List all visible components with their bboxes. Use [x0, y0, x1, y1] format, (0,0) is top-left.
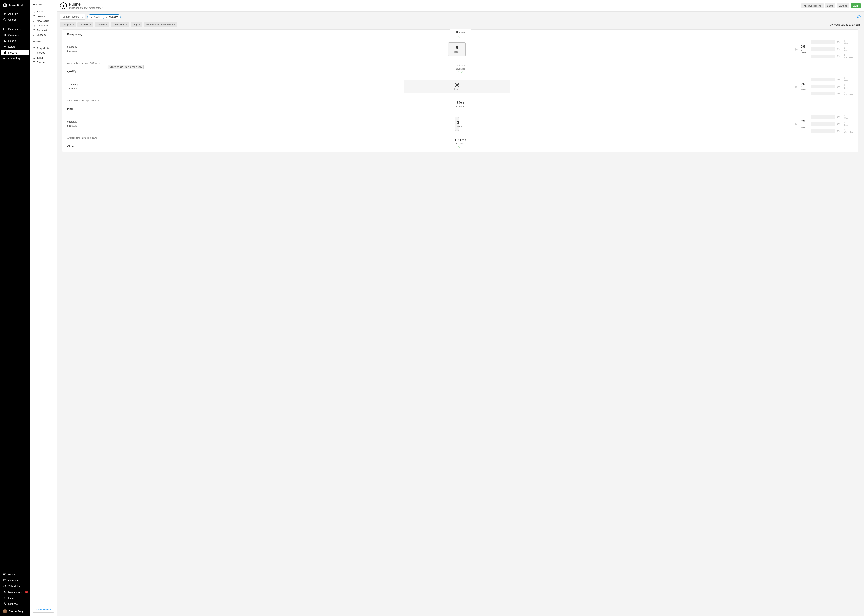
- advanced-label: advanced: [450, 142, 471, 145]
- leads-box[interactable]: 36 leads: [404, 80, 510, 93]
- nav-reports-label: Reports: [8, 51, 17, 54]
- nav-companies[interactable]: Companies: [0, 32, 30, 38]
- insights-funnel[interactable]: Funnel: [33, 60, 54, 64]
- main-content: Click to go back, hold to see history Fu…: [57, 0, 864, 616]
- companies-icon: [3, 33, 6, 36]
- plus-icon: [3, 12, 6, 15]
- nav-people-label: People: [8, 39, 16, 42]
- chevron-down-icon: ▾: [73, 24, 74, 25]
- remain-text: 0 remain: [67, 49, 119, 53]
- reports-sales[interactable]: Sales: [33, 9, 54, 14]
- svg-point-22: [33, 57, 35, 58]
- search-button[interactable]: Search: [0, 17, 30, 22]
- outcome-grid: 0%0Won 0%0Lost 0%0Cancelled: [811, 77, 853, 96]
- already-text: 31 already: [67, 83, 119, 86]
- stage-pitch: 3%1 advanced Pitch 0 already 0 remain: [62, 104, 858, 141]
- remain-text: 36 remain: [67, 86, 119, 91]
- added-label: added: [459, 31, 465, 34]
- remain-text: 0 remain: [67, 124, 119, 128]
- main-sidebar: D ArrowGrid Add new Search Dashboard Com…: [0, 0, 30, 616]
- filter-competitors[interactable]: Competitors▾: [111, 22, 129, 27]
- chevron-down-icon: ▾: [90, 24, 91, 25]
- reports-new-leads[interactable]: New leads: [33, 19, 54, 23]
- custom-icon: [33, 33, 35, 36]
- outcome-cancelled: 0%0Cancelled: [811, 91, 853, 96]
- advanced-banner: 3%1 advanced: [450, 100, 471, 109]
- nav-emails[interactable]: Emails: [0, 572, 30, 577]
- add-new-button[interactable]: Add new: [0, 11, 30, 17]
- my-saved-reports-button[interactable]: My saved reports: [801, 3, 823, 8]
- nav-calendar[interactable]: Calendar: [0, 577, 30, 583]
- insights-heading: INSIGHTS: [33, 40, 54, 42]
- user-menu[interactable]: Charles Berry: [0, 607, 30, 616]
- nav-dashboard-label: Dashboard: [8, 28, 21, 31]
- nav-reports[interactable]: Reports: [1, 50, 29, 55]
- save-button[interactable]: Save: [850, 3, 861, 8]
- scheduler-icon: [3, 585, 6, 588]
- insights-email[interactable]: Email: [33, 55, 54, 60]
- arrow-right-icon: ▶: [795, 47, 798, 52]
- nav-scheduler-label: Scheduler: [8, 585, 20, 588]
- outcome-lost: 0%0Lost: [811, 84, 853, 89]
- filter-tags[interactable]: Tags▾: [131, 22, 142, 27]
- search-label: Search: [8, 18, 17, 21]
- outcome-grid: 0%0Won 0%0Lost 0%0Cancelled: [811, 115, 853, 134]
- avatar: [3, 610, 7, 613]
- nav-settings[interactable]: Settings: [0, 601, 30, 607]
- nav-dashboard[interactable]: Dashboard: [0, 26, 30, 32]
- filter-date-range[interactable]: Date range: Current month▾: [144, 22, 177, 27]
- megaphone-icon: [3, 57, 6, 60]
- share-button[interactable]: Share: [825, 3, 836, 8]
- toggle-quantity[interactable]: # Quantity: [102, 14, 121, 19]
- chevron-down-icon: ⌄: [81, 16, 84, 18]
- filter-assignee[interactable]: Assignee▾: [60, 22, 76, 27]
- reports-forecast[interactable]: Forecast: [33, 28, 54, 33]
- outcome-grid: 0%0Won 0%0Lost 0%0Cancelled: [811, 40, 853, 59]
- launch-wallboard-button[interactable]: Launch wallboard: [33, 607, 54, 613]
- svg-rect-9: [4, 580, 6, 581]
- advanced-pct: 3%: [457, 101, 462, 105]
- stage-close: 100%1 advanced Close: [62, 141, 858, 152]
- nav-marketing[interactable]: Marketing: [0, 55, 30, 61]
- arrow-right-icon: ▶: [795, 85, 798, 89]
- chevron-down-icon: ▾: [139, 24, 140, 25]
- snapshot-icon: [33, 47, 35, 50]
- outcome-cancelled: 0%0Cancelled: [811, 129, 853, 134]
- nav-people[interactable]: People: [0, 38, 30, 44]
- svg-rect-2: [4, 34, 5, 36]
- nav-scheduler[interactable]: Scheduler: [0, 583, 30, 589]
- advanced-pct: 100%: [454, 138, 464, 142]
- advanced-count: 1: [465, 139, 466, 142]
- filter-products[interactable]: Products▾: [77, 22, 93, 27]
- outcome-lost: 0%0Lost: [811, 47, 853, 52]
- reports-losses[interactable]: Losses: [33, 14, 54, 19]
- chevron-down-icon: ▾: [106, 24, 107, 25]
- gear-icon: [3, 602, 6, 605]
- filter-bar: Default Pipeline ⌄ $ Value # Quantity i …: [57, 11, 864, 29]
- nav-leads[interactable]: Leads: [0, 44, 30, 50]
- filter-sources[interactable]: Sources▾: [95, 22, 109, 27]
- add-new-label: Add new: [8, 12, 18, 15]
- insights-activity[interactable]: Activity: [33, 50, 54, 55]
- svg-point-21: [33, 52, 35, 54]
- nav-help[interactable]: ? Help: [0, 595, 30, 601]
- reports-custom[interactable]: Custom: [33, 33, 54, 37]
- pipeline-dropdown[interactable]: Default Pipeline ⌄: [60, 14, 85, 19]
- leads-box[interactable]: 6 leads: [448, 42, 465, 56]
- page-subtitle: What are our conversion rates?: [69, 6, 103, 9]
- svg-point-19: [33, 34, 35, 36]
- reports-attribution[interactable]: Attribution: [33, 23, 54, 28]
- leads-box[interactable]: 1 leads: [455, 117, 459, 131]
- insights-snapshots[interactable]: Snapshots: [33, 46, 54, 50]
- person-icon: [3, 39, 6, 42]
- nav-notifications[interactable]: Notifications 1: [0, 589, 30, 595]
- leads-count: 36: [406, 82, 508, 88]
- funnel-icon: [33, 61, 35, 64]
- outcome-won: 0%0Won: [811, 77, 853, 82]
- save-as-button[interactable]: Save as: [837, 3, 850, 8]
- toggle-value[interactable]: $ Value: [88, 14, 103, 19]
- funnel-area[interactable]: 0 added Prospecting 6 already 0 remain 6: [57, 29, 864, 616]
- closed-pct: 0%: [801, 45, 808, 49]
- info-icon[interactable]: i: [857, 15, 861, 19]
- brand[interactable]: D ArrowGrid: [0, 0, 30, 11]
